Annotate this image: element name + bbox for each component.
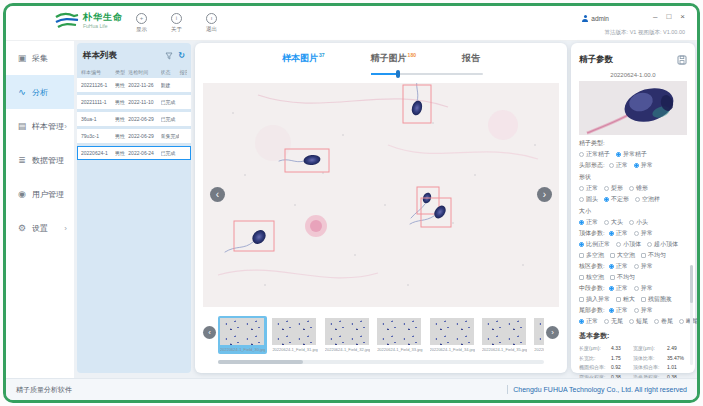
radio-option[interactable]: 不定形 — [604, 195, 629, 204]
prev-field-button[interactable]: ‹ — [210, 187, 225, 202]
panel-scrollbar[interactable] — [690, 265, 693, 365]
sidebar-item-user-mgmt[interactable]: ◉用户管理 — [6, 177, 74, 211]
minimize-button[interactable]: – — [653, 13, 657, 21]
radio-option[interactable]: 断尾 — [679, 317, 698, 326]
table-row[interactable]: 20221126-1男性2022-11-26新建 — [77, 78, 191, 92]
radio-option[interactable]: 异常 — [634, 284, 653, 293]
tab-sperm-images[interactable]: 精子图片180 — [371, 52, 416, 65]
radio-option[interactable]: 正常 — [609, 161, 628, 170]
copyright-text: Chengdu FUHUA Technology Co., Ltd. All r… — [513, 386, 687, 393]
close-button[interactable]: × — [680, 13, 685, 21]
thumbnail[interactable]: 20220624-1_Field_32.jpg — [323, 316, 372, 354]
sidebar-item-analysis[interactable]: ∿分析 — [6, 75, 74, 109]
table-row[interactable]: 20221111-1男性2022-11-10已完成 — [77, 95, 191, 109]
checkbox-icon — [616, 297, 621, 302]
form-row: 正常精子异常精子 — [579, 150, 687, 159]
radio-option[interactable]: 小头 — [629, 218, 648, 227]
next-field-button[interactable]: › — [537, 187, 552, 202]
form-row: 尾部参数:正常异常 — [579, 306, 687, 315]
table-row[interactable]: 79u3c-1男性2022-06-29采集完成 — [77, 129, 191, 143]
radio-option[interactable]: 正常 — [579, 218, 598, 227]
cell-status: 已完成 — [161, 150, 180, 156]
radio-option[interactable]: 正常 — [609, 284, 628, 293]
zoom-slider[interactable] — [371, 73, 483, 75]
sperm-closeup-svg — [579, 81, 687, 135]
radio-option[interactable]: 正常 — [579, 317, 598, 326]
tab-report[interactable]: 报告 — [462, 52, 480, 65]
radio-option[interactable]: 异常 — [634, 161, 653, 170]
exit-button[interactable]: ı退出 — [206, 13, 217, 33]
tab-label: 样本图片 — [282, 53, 318, 63]
radio-option[interactable]: 正常 — [609, 262, 628, 271]
radio-icon — [579, 152, 584, 157]
option-label: 梨形 — [611, 184, 623, 193]
sperm-closeup-image — [579, 81, 687, 135]
thumbnail[interactable]: 20220624-1_Field_36.jpg — [532, 316, 544, 354]
radio-option[interactable]: 锥形 — [629, 184, 648, 193]
save-icon[interactable] — [677, 51, 687, 69]
checkbox-option[interactable]: 多空泡 — [579, 251, 604, 260]
thumbnail-image — [325, 318, 369, 345]
radio-option[interactable]: 圆头 — [579, 195, 598, 204]
checkbox-option[interactable]: 粗大 — [616, 295, 635, 304]
sidebar-item-sample-mgmt[interactable]: ▤样本管理› — [6, 109, 74, 143]
cell-sample-id: 20220624-1 — [81, 150, 115, 156]
radio-option[interactable]: 比例正常 — [579, 240, 610, 249]
thumbnail[interactable]: 20220624-1_Field_30.jpg — [218, 316, 267, 354]
thumbnails-scrollbar[interactable] — [218, 360, 544, 364]
radio-option[interactable]: 异常精子 — [616, 150, 647, 159]
header-bar: 朴华生命 FuHua Life +显示i关于ı退出 admin –□× 算法版本… — [6, 6, 697, 41]
param-value: 2.49 — [667, 345, 687, 351]
radio-option[interactable]: 短尾 — [629, 317, 648, 326]
option-label: 异常 — [641, 229, 653, 238]
radio-option[interactable]: 超小顶体 — [647, 240, 678, 249]
checkbox-option[interactable]: 大空泡 — [610, 251, 635, 260]
radio-option[interactable]: 正常 — [609, 229, 628, 238]
checkbox-option[interactable]: 插入异常 — [579, 295, 610, 304]
radio-option[interactable]: 空泡样 — [635, 195, 660, 204]
checkbox-option[interactable]: 不均匀 — [641, 251, 666, 260]
tab-sample-images[interactable]: 样本图片37 — [282, 52, 325, 65]
radio-option[interactable]: 异常 — [634, 262, 653, 271]
table-row[interactable]: 36ua-1男性2022-06-29已完成 — [77, 112, 191, 126]
radio-option[interactable]: 正常 — [579, 184, 598, 193]
user-account[interactable]: admin — [582, 15, 609, 22]
option-label: 正常 — [616, 262, 628, 271]
radio-option[interactable]: 正常 — [609, 306, 628, 315]
thumbnail[interactable]: 20220624-1_Field_34.jpg — [428, 316, 477, 354]
thumbnail[interactable]: 20220624-1_Field_31.jpg — [270, 316, 319, 354]
zoom-slider-handle[interactable] — [396, 70, 400, 78]
maximize-button[interactable]: □ — [666, 13, 671, 21]
radio-option[interactable]: 异常 — [634, 229, 653, 238]
radio-option[interactable]: 无尾 — [604, 317, 623, 326]
app-logo: 朴华生命 FuHua Life — [54, 11, 123, 31]
radio-icon — [629, 186, 634, 191]
radio-option[interactable]: 异常 — [634, 306, 653, 315]
radio-option[interactable]: 小顶体 — [616, 240, 641, 249]
thumbnails-scroll-right-button[interactable]: › — [546, 326, 559, 339]
sidebar-item-settings[interactable]: ⚙设置› — [6, 211, 74, 245]
checkbox-option[interactable]: 核空泡 — [579, 273, 604, 282]
sidebar-item-data-mgmt[interactable]: ≣数据管理 — [6, 143, 74, 177]
display-button[interactable]: +显示 — [136, 13, 147, 33]
radio-option[interactable]: 梨形 — [604, 184, 623, 193]
thumbnails-scrollbar-thumb[interactable] — [218, 360, 303, 364]
radio-option[interactable]: 正常精子 — [579, 150, 610, 159]
thumbnails-scroll-left-button[interactable]: ‹ — [203, 326, 216, 339]
checkbox-option[interactable]: 不均匀 — [610, 273, 635, 282]
checkbox-option[interactable]: 残留胞浆 — [641, 295, 672, 304]
radio-option[interactable]: 卷尾 — [654, 317, 673, 326]
thumbnail[interactable]: 20220624-1_Field_33.jpg — [375, 316, 424, 354]
option-label: 正常 — [586, 218, 598, 227]
table-row[interactable]: 20220624-1男性2022-06-24已完成 — [77, 146, 191, 160]
settings-icon: ⚙ — [17, 223, 27, 233]
panel-scrollbar-thumb[interactable] — [690, 265, 693, 303]
filter-icon[interactable] — [165, 52, 173, 60]
microscope-image[interactable] — [203, 83, 559, 307]
option-label: 不均匀 — [648, 251, 666, 260]
thumbnail[interactable]: 20220624-1_Field_35.jpg — [480, 316, 529, 354]
refresh-icon[interactable]: ↻ — [178, 52, 185, 60]
about-button[interactable]: i关于 — [171, 13, 182, 33]
radio-option[interactable]: 大头 — [604, 218, 623, 227]
sidebar-item-collect[interactable]: ▣采集 — [6, 41, 74, 75]
